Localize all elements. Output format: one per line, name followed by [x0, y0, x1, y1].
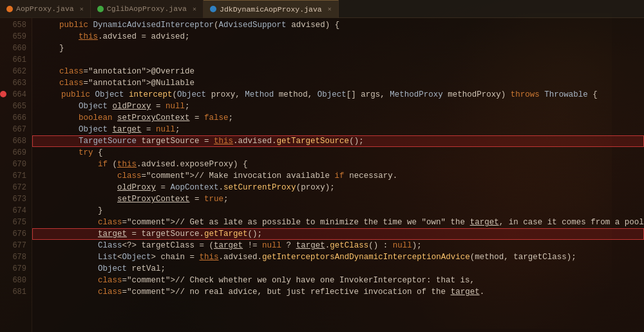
- line-number-667: 667: [3, 124, 26, 135]
- code-line-675: class="comment">// Get as late as possib…: [32, 217, 644, 228]
- code-area: 6586596606616626636646656666676686696706…: [0, 18, 644, 332]
- line-number-668: 668: [3, 135, 26, 147]
- code-line-673: setProxyContext = true;: [32, 193, 644, 205]
- code-line-678: List<Object> chain = this.advised.getInt…: [32, 251, 644, 263]
- line-number-662: 662: [3, 66, 26, 77]
- code-line-669: try {: [32, 147, 644, 159]
- tab-label-jdk: JdkDynamicAopProxy.java: [220, 5, 322, 14]
- code-line-672: oldProxy = AopContext.setCurrentProxy(pr…: [32, 182, 644, 193]
- line-number-666: 666: [3, 112, 26, 124]
- code-line-665: Object oldProxy = null;: [32, 101, 644, 112]
- line-number-664: 664: [3, 89, 26, 101]
- code-line-662: class="annotation">@Override: [32, 66, 644, 77]
- code-line-659: this.advised = advised;: [32, 31, 644, 43]
- code-line-671: class="comment">// Make invocation avail…: [32, 170, 644, 182]
- tab-icon-green: [97, 6, 104, 12]
- line-number-663: 663: [3, 77, 26, 89]
- tab-icon-orange: [6, 6, 13, 12]
- code-line-663: class="annotation">@Nullable: [32, 77, 644, 89]
- tab-close-aop[interactable]: ✕: [80, 5, 84, 13]
- tab-jdk-proxy[interactable]: JdkDynamicAopProxy.java ✕: [204, 0, 339, 18]
- code-line-676: target = targetSource.getTarget();: [32, 228, 644, 240]
- code-line-664: public Object intercept(Object proxy, Me…: [32, 89, 644, 101]
- code-content[interactable]: public DynamicAdvisedInterceptor(Advised…: [32, 18, 644, 332]
- line-number-661: 661: [3, 54, 26, 66]
- code-line-667: Object target = null;: [32, 124, 644, 135]
- line-number-658: 658: [3, 19, 26, 31]
- line-number-672: 672: [3, 182, 26, 193]
- code-line-668: TargetSource targetSource = this.advised…: [32, 135, 644, 147]
- line-number-679: 679: [3, 263, 26, 275]
- code-line-681: class="comment">// no real advice, but j…: [32, 286, 644, 298]
- tab-bar: AopProxy.java ✕ CglibAopProxy.java ✕ Jdk…: [0, 0, 644, 18]
- line-number-665: 665: [3, 101, 26, 112]
- line-number-659: 659: [3, 31, 26, 43]
- line-number-670: 670: [3, 159, 26, 170]
- line-number-669: 669: [3, 147, 26, 159]
- tab-label-aop: AopProxy.java: [16, 5, 74, 13]
- line-numbers: 6586596606616626636646656666676686696706…: [0, 18, 32, 332]
- code-line-677: Class<?> targetClass = (target != null ?…: [32, 240, 644, 251]
- line-number-675: 675: [3, 217, 26, 228]
- line-number-671: 671: [3, 170, 26, 182]
- line-number-676: 676: [3, 228, 26, 240]
- tab-close-cglib[interactable]: ✕: [193, 5, 196, 13]
- code-line-679: Object retVal;: [32, 263, 644, 275]
- line-number-678: 678: [3, 251, 26, 263]
- line-number-681: 681: [3, 286, 26, 298]
- code-line-658: public DynamicAdvisedInterceptor(Advised…: [32, 19, 644, 31]
- line-number-680: 680: [3, 275, 26, 286]
- code-line-661: [32, 54, 644, 66]
- line-number-677: 677: [3, 240, 26, 251]
- line-number-673: 673: [3, 193, 26, 205]
- code-line-660: }: [32, 43, 644, 54]
- line-number-674: 674: [3, 205, 26, 217]
- tab-label-cglib: CglibAopProxy.java: [107, 5, 187, 13]
- code-line-670: if (this.advised.exposeProxy) {: [32, 159, 644, 170]
- breakpoint-663: [0, 91, 6, 97]
- tab-aop-proxy[interactable]: AopProxy.java ✕: [0, 0, 91, 18]
- code-line-674: }: [32, 205, 644, 217]
- code-line-680: class="comment">// Check whether we only…: [32, 275, 644, 286]
- tab-cglib-proxy[interactable]: CglibAopProxy.java ✕: [91, 0, 204, 18]
- line-number-660: 660: [3, 43, 26, 54]
- tab-close-jdk[interactable]: ✕: [328, 5, 332, 13]
- tab-icon-blue: [210, 6, 216, 12]
- code-line-666: boolean setProxyContext = false;: [32, 112, 644, 124]
